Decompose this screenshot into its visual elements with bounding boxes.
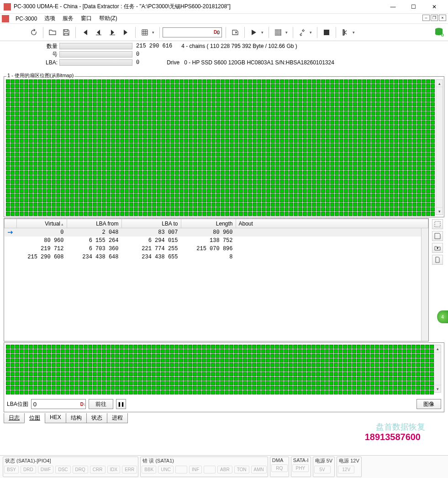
mdi-restore-button[interactable]: ❐ [431, 15, 438, 21]
cell-about [236, 253, 428, 261]
minimize-button[interactable]: — [383, 0, 403, 14]
tab-state[interactable]: 状态 [86, 413, 107, 423]
qty-value: 215 290 616 [136, 43, 172, 49]
table-row[interactable]: 80 960 6 155 264 6 294 015 138 752 [5, 236, 428, 245]
address-input[interactable] [163, 27, 222, 37]
tab-log[interactable]: 日志 [4, 413, 25, 423]
scroll-up-icon[interactable]: ▴ [436, 80, 443, 87]
lba-bitmap-scrollbar[interactable]: ▴ ▾ [434, 345, 441, 393]
bitmap-scrollbar[interactable]: ▴ ▾ [436, 79, 443, 215]
col-virtual[interactable]: Virtual [16, 219, 67, 228]
tab-struct[interactable]: 结构 [66, 413, 87, 423]
tab-hex[interactable]: HEX [45, 413, 66, 423]
bottom-tabs: 日志 位图 HEX 结构 状态 进程 [4, 413, 444, 423]
menu-options[interactable]: 选项 [41, 14, 59, 23]
cell-virtual: 215 290 608 [16, 253, 67, 261]
go-button[interactable]: 前往 [89, 399, 113, 409]
first-button[interactable] [79, 26, 91, 39]
last-button[interactable] [120, 26, 132, 39]
cell-virtual: 0 [16, 228, 67, 236]
col-length[interactable]: Length [181, 219, 236, 228]
side-open-button[interactable]: ▾ [432, 243, 443, 253]
cell-lba-to: 234 438 655 [121, 253, 181, 261]
grid2-dropdown-icon[interactable]: ▾ [285, 30, 290, 35]
open-button[interactable] [46, 26, 59, 39]
side-select-button[interactable] [432, 219, 443, 229]
play-dropdown-icon[interactable]: ▾ [261, 30, 266, 35]
col-lba-from[interactable]: LBA from [67, 219, 121, 228]
play-button[interactable] [248, 26, 260, 39]
app-icon-small [2, 15, 9, 22]
lba-label: LBA: [32, 59, 59, 66]
prev-button[interactable] [92, 26, 105, 39]
mdi-close-button[interactable]: × [439, 15, 446, 21]
tab-bitmap[interactable]: 位图 [24, 413, 45, 423]
side-badge[interactable]: 4 [437, 310, 448, 323]
scroll-up-icon[interactable]: ▴ [434, 345, 441, 352]
app-icon [4, 3, 11, 11]
scroll-down-icon[interactable]: ▾ [434, 385, 441, 392]
cell-about [236, 228, 428, 236]
bottom-panel: ▴ ▾ LBA位图 D↓ 前往 ❚❚ 图像 [4, 342, 444, 412]
image-button[interactable]: 图像 [416, 399, 441, 409]
bitmap-box: ▴ ▾ [4, 76, 444, 217]
cell-virtual: 80 960 [16, 236, 67, 245]
lba-bitmap[interactable] [6, 345, 434, 394]
drive-label: Drive [167, 59, 179, 66]
cell-lba-to: 83 007 [121, 228, 181, 236]
menu-service[interactable]: 服务 [59, 14, 77, 23]
cell-lba-to: 221 774 255 [121, 245, 181, 253]
table-row[interactable]: 215 290 608 234 438 648 234 438 655 8 [5, 253, 428, 261]
info-panel: 数量 215 290 616 4 - chains ( 110 228 795 … [0, 41, 448, 68]
menu-help[interactable]: 帮助(Z) [95, 14, 121, 23]
close-button[interactable]: ✕ [424, 0, 444, 14]
table-row[interactable]: 0 2 048 83 007 80 960 [5, 228, 428, 236]
cell-about [236, 236, 428, 245]
save-button[interactable] [60, 26, 73, 39]
mdi-minimize-button[interactable]: – [422, 15, 430, 21]
export-button[interactable] [229, 26, 242, 39]
table-scrollbar[interactable] [421, 228, 428, 341]
lba-input[interactable] [31, 399, 86, 409]
tools-button[interactable] [296, 26, 309, 39]
grid-dropdown-icon[interactable]: ▾ [152, 30, 157, 35]
qty-label: 数量 [32, 42, 59, 50]
drive-value: 0 - HP SSD S600 120GB HC0803A1 S/N:HBSA1… [184, 59, 334, 66]
col-about[interactable]: About [236, 219, 428, 228]
side-save-button[interactable] [432, 231, 443, 241]
database-icon[interactable] [433, 27, 444, 38]
svg-rect-3 [324, 30, 329, 35]
window-title: PC-3000 UDMA-E - China - [Data Extractor… [14, 3, 383, 11]
tab-process[interactable]: 进程 [107, 413, 128, 423]
col-lba-to[interactable]: LBA to [121, 219, 181, 228]
qty-bar [59, 43, 132, 49]
menu-app[interactable]: PC-3000 [12, 15, 41, 23]
bitmap-section: 1 - 使用的扇区位图(从Bitmap) ▴ ▾ [4, 69, 444, 217]
exit-button[interactable] [339, 26, 352, 39]
toolbar: ▾ D↓ ▾ ▾ ▾ ▾ [0, 24, 448, 41]
maximize-button[interactable]: ☐ [403, 0, 424, 14]
side-doc-button[interactable] [432, 255, 443, 265]
chains-table[interactable]: Virtual LBA from LBA to Length About 0 2… [4, 218, 429, 341]
tools-dropdown-icon[interactable]: ▾ [310, 30, 314, 35]
refresh-button[interactable] [27, 26, 40, 39]
svg-rect-0 [96, 35, 101, 35]
table-row[interactable]: 219 712 6 703 360 221 774 255 215 070 89… [5, 245, 428, 253]
exit-dropdown-icon[interactable]: ▾ [353, 30, 357, 35]
row-icon [5, 245, 17, 253]
svg-rect-7 [435, 221, 440, 227]
pause-button[interactable]: ❚❚ [116, 399, 126, 409]
svg-rect-1 [110, 35, 115, 35]
row-icon [5, 236, 17, 245]
menu-window[interactable]: 窗口 [77, 14, 95, 23]
cell-lba-from: 6 703 360 [67, 245, 121, 253]
cell-length: 8 [181, 253, 236, 261]
grid2-button[interactable] [272, 26, 285, 39]
scroll-down-icon[interactable]: ▾ [436, 207, 443, 215]
qty-extra: 4 - chains ( 110 228 795 392 Byte / 102.… [181, 43, 297, 49]
stop-button[interactable] [320, 26, 333, 39]
grid-button[interactable] [138, 26, 151, 39]
cell-lba-from: 6 155 264 [67, 236, 121, 245]
next-button[interactable] [106, 26, 119, 39]
sector-bitmap[interactable] [6, 79, 435, 216]
